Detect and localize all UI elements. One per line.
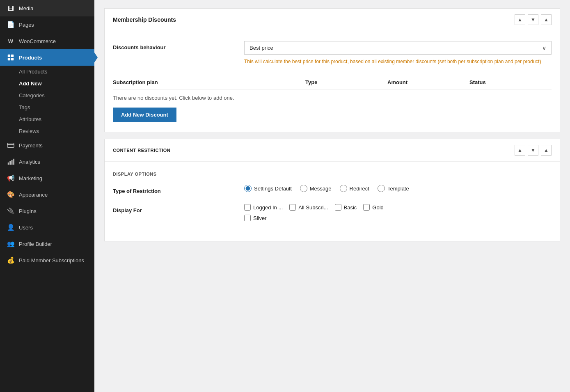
sidebar-item-appearance[interactable]: 🎨 Appearance (0, 186, 94, 203)
plugins-icon: 🔌 (7, 207, 15, 215)
checkbox-gold-input[interactable] (363, 204, 370, 211)
checkbox-basic-label: Basic (344, 204, 357, 211)
svg-rect-0 (8, 55, 10, 57)
svg-rect-5 (7, 144, 14, 145)
submenu-tags[interactable]: Tags (0, 101, 94, 113)
profile-builder-icon: 👥 (7, 240, 15, 248)
col-type: Type (305, 79, 387, 85)
checkbox-gold-label: Gold (372, 204, 383, 211)
checkbox-logged-in-input[interactable] (244, 204, 251, 211)
sidebar-item-users-label: Users (19, 225, 33, 231)
radio-template-input[interactable] (378, 185, 385, 192)
type-of-restriction-label: Type of Restriction (113, 185, 236, 194)
sidebar-item-woocommerce-label: WooCommerce (19, 38, 56, 44)
radio-settings-default[interactable]: Settings Default (244, 185, 292, 192)
membership-discounts-panel: Membership Discounts ▲ ▼ ▲ Discounts beh… (104, 8, 560, 132)
add-new-discount-button[interactable]: Add New Discount (113, 108, 176, 122)
sidebar-item-plugins-label: Plugins (19, 208, 37, 214)
checkbox-group-row1: Logged In ... All Subscri... Basic (244, 204, 552, 211)
display-for-options: Logged In ... All Subscri... Basic (244, 204, 552, 221)
content-restriction-panel-controls: ▲ ▼ ▲ (515, 145, 552, 156)
svg-rect-7 (9, 161, 11, 165)
display-for-row: Display For Logged In ... All Subscri... (113, 204, 552, 221)
discount-table-header: Subscription plan Type Amount Status (113, 75, 552, 90)
sidebar-item-profile-builder[interactable]: 👥 Profile Builder (0, 236, 94, 252)
content-restriction-panel: CONTENT RESTRICTION ▲ ▼ ▲ DISPLAY OPTION… (104, 139, 560, 241)
discounts-behaviour-row: Discounts behaviour Best price Lowest di… (113, 41, 552, 65)
type-of-restriction-row: Type of Restriction Settings Default Mes… (113, 185, 552, 194)
checkbox-silver-input[interactable] (244, 215, 251, 221)
checkbox-all-subscri-input[interactable] (289, 204, 296, 211)
membership-discounts-header: Membership Discounts ▲ ▼ ▲ (105, 9, 560, 31)
sidebar-item-marketing[interactable]: 📢 Marketing (0, 170, 94, 186)
checkbox-all-subscri-label: All Subscri... (298, 204, 328, 211)
restriction-options: Settings Default Message Redirect T (244, 185, 552, 192)
sidebar-item-media-label: Media (19, 5, 33, 11)
sidebar-item-payments[interactable]: Payments (0, 137, 94, 154)
sidebar-item-appearance-label: Appearance (19, 192, 48, 198)
content-restriction-title: CONTENT RESTRICTION (113, 148, 170, 153)
checkbox-silver[interactable]: Silver (244, 215, 267, 221)
display-options-label: DISPLAY OPTIONS (113, 172, 552, 177)
checkbox-silver-label: Silver (253, 215, 267, 221)
checkbox-all-subscri[interactable]: All Subscri... (289, 204, 328, 211)
panel-move-up-button[interactable]: ▲ (515, 14, 525, 25)
sidebar-item-analytics-label: Analytics (19, 159, 40, 165)
cr-panel-move-down-button[interactable]: ▼ (528, 145, 538, 156)
sidebar-item-paid-member-subscriptions[interactable]: 💰 Paid Member Subscriptions (0, 252, 94, 268)
pages-icon: 📄 (7, 21, 15, 29)
checkbox-basic[interactable]: Basic (335, 204, 357, 211)
radio-redirect[interactable]: Redirect (340, 185, 369, 192)
discounts-behaviour-label: Discounts behaviour (113, 41, 236, 50)
submenu-reviews[interactable]: Reviews (0, 125, 94, 137)
membership-discounts-body: Discounts behaviour Best price Lowest di… (105, 31, 560, 132)
sidebar-item-analytics[interactable]: Analytics (0, 154, 94, 170)
submenu-attributes[interactable]: Attributes (0, 113, 94, 125)
sidebar-item-woocommerce[interactable]: W WooCommerce (0, 33, 94, 49)
discounts-behaviour-control: Best price Lowest discount Highest disco… (244, 41, 552, 65)
display-for-label: Display For (113, 204, 236, 213)
radio-group: Settings Default Message Redirect T (244, 185, 552, 192)
svg-rect-3 (11, 58, 14, 60)
checkbox-logged-in[interactable]: Logged In ... (244, 204, 283, 211)
sidebar: 🎞 Media 📄 Pages W WooCommerce Products A… (0, 0, 94, 392)
sidebar-item-paid-member-subscriptions-label: Paid Member Subscriptions (19, 257, 84, 264)
panel-collapse-button[interactable]: ▲ (541, 14, 552, 25)
analytics-icon (7, 158, 15, 166)
radio-redirect-input[interactable] (340, 185, 347, 192)
users-icon: 👤 (7, 223, 15, 232)
discounts-behaviour-select-wrapper: Best price Lowest discount Highest disco… (244, 41, 552, 55)
sidebar-item-products-label: Products (19, 55, 42, 61)
checkbox-gold[interactable]: Gold (363, 204, 383, 211)
submenu-categories[interactable]: Categories (0, 89, 94, 101)
checkbox-basic-input[interactable] (335, 204, 341, 211)
svg-rect-2 (8, 58, 10, 60)
products-icon (7, 53, 15, 62)
content-restriction-body: DISPLAY OPTIONS Type of Restriction Sett… (105, 162, 560, 241)
radio-message-input[interactable] (300, 185, 307, 192)
panel-controls: ▲ ▼ ▲ (515, 14, 552, 25)
checkbox-group-row2: Silver (244, 215, 552, 221)
sidebar-item-plugins[interactable]: 🔌 Plugins (0, 203, 94, 219)
sidebar-item-users[interactable]: 👤 Users (0, 219, 94, 236)
col-subscription-plan: Subscription plan (113, 79, 305, 85)
marketing-icon: 📢 (7, 174, 15, 182)
appearance-icon: 🎨 (7, 190, 15, 199)
sidebar-item-payments-label: Payments (19, 142, 43, 149)
submenu-all-products[interactable]: All Products (0, 66, 94, 78)
sidebar-item-pages[interactable]: 📄 Pages (0, 16, 94, 33)
svg-rect-8 (11, 160, 13, 165)
discounts-behaviour-select[interactable]: Best price Lowest discount Highest disco… (245, 41, 551, 54)
radio-template-label: Template (387, 186, 409, 192)
cr-panel-move-up-button[interactable]: ▲ (515, 145, 525, 156)
sidebar-item-products[interactable]: Products (0, 49, 94, 66)
col-status: Status (469, 79, 552, 85)
radio-message[interactable]: Message (300, 185, 332, 192)
checkbox-logged-in-label: Logged In ... (253, 204, 283, 211)
radio-settings-default-input[interactable] (244, 185, 252, 192)
panel-move-down-button[interactable]: ▼ (528, 14, 538, 25)
sidebar-item-media[interactable]: 🎞 Media (0, 0, 94, 16)
cr-panel-collapse-button[interactable]: ▲ (541, 145, 552, 156)
radio-template[interactable]: Template (378, 185, 409, 192)
submenu-add-new[interactable]: Add New (0, 78, 94, 89)
